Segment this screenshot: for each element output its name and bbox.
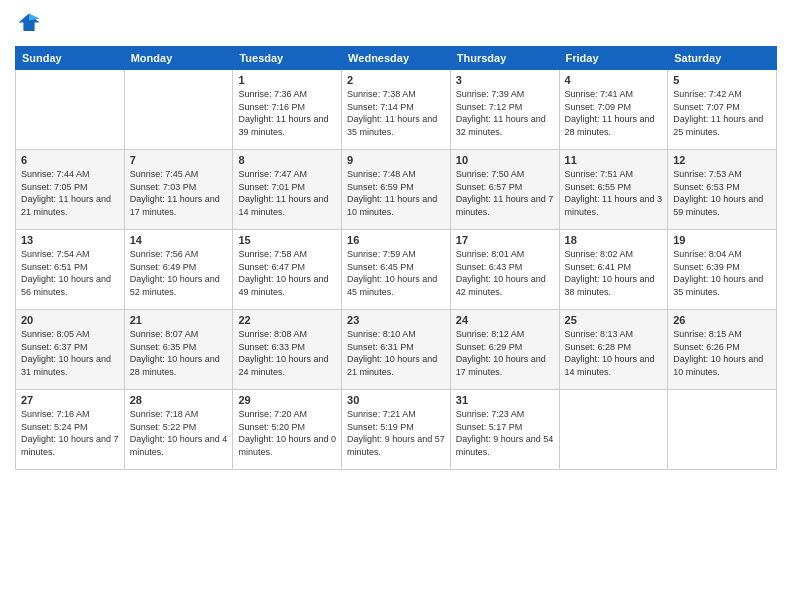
calendar-week-4: 27Sunrise: 7:16 AMSunset: 5:24 PMDayligh… bbox=[16, 390, 777, 470]
calendar-cell: 12Sunrise: 7:53 AMSunset: 6:53 PMDayligh… bbox=[668, 150, 777, 230]
day-number: 25 bbox=[565, 314, 663, 326]
day-info: Sunrise: 7:53 AMSunset: 6:53 PMDaylight:… bbox=[673, 168, 771, 218]
day-number: 21 bbox=[130, 314, 228, 326]
day-number: 6 bbox=[21, 154, 119, 166]
calendar-cell: 23Sunrise: 8:10 AMSunset: 6:31 PMDayligh… bbox=[342, 310, 451, 390]
calendar-cell: 21Sunrise: 8:07 AMSunset: 6:35 PMDayligh… bbox=[124, 310, 233, 390]
calendar-cell: 30Sunrise: 7:21 AMSunset: 5:19 PMDayligh… bbox=[342, 390, 451, 470]
calendar-week-1: 6Sunrise: 7:44 AMSunset: 7:05 PMDaylight… bbox=[16, 150, 777, 230]
weekday-row: SundayMondayTuesdayWednesdayThursdayFrid… bbox=[16, 47, 777, 70]
calendar-cell bbox=[16, 70, 125, 150]
day-number: 7 bbox=[130, 154, 228, 166]
day-number: 14 bbox=[130, 234, 228, 246]
calendar-cell: 26Sunrise: 8:15 AMSunset: 6:26 PMDayligh… bbox=[668, 310, 777, 390]
day-number: 3 bbox=[456, 74, 554, 86]
calendar-table: SundayMondayTuesdayWednesdayThursdayFrid… bbox=[15, 46, 777, 470]
day-number: 26 bbox=[673, 314, 771, 326]
day-number: 8 bbox=[238, 154, 336, 166]
calendar-cell: 17Sunrise: 8:01 AMSunset: 6:43 PMDayligh… bbox=[450, 230, 559, 310]
day-info: Sunrise: 7:47 AMSunset: 7:01 PMDaylight:… bbox=[238, 168, 336, 218]
day-info: Sunrise: 7:16 AMSunset: 5:24 PMDaylight:… bbox=[21, 408, 119, 458]
weekday-header-saturday: Saturday bbox=[668, 47, 777, 70]
day-number: 29 bbox=[238, 394, 336, 406]
day-info: Sunrise: 7:48 AMSunset: 6:59 PMDaylight:… bbox=[347, 168, 445, 218]
day-info: Sunrise: 7:23 AMSunset: 5:17 PMDaylight:… bbox=[456, 408, 554, 458]
day-number: 11 bbox=[565, 154, 663, 166]
calendar-cell: 14Sunrise: 7:56 AMSunset: 6:49 PMDayligh… bbox=[124, 230, 233, 310]
logo bbox=[15, 10, 47, 38]
day-info: Sunrise: 7:42 AMSunset: 7:07 PMDaylight:… bbox=[673, 88, 771, 138]
calendar-cell: 9Sunrise: 7:48 AMSunset: 6:59 PMDaylight… bbox=[342, 150, 451, 230]
calendar-cell: 1Sunrise: 7:36 AMSunset: 7:16 PMDaylight… bbox=[233, 70, 342, 150]
calendar-cell: 22Sunrise: 8:08 AMSunset: 6:33 PMDayligh… bbox=[233, 310, 342, 390]
weekday-header-thursday: Thursday bbox=[450, 47, 559, 70]
day-info: Sunrise: 8:02 AMSunset: 6:41 PMDaylight:… bbox=[565, 248, 663, 298]
calendar-body: 1Sunrise: 7:36 AMSunset: 7:16 PMDaylight… bbox=[16, 70, 777, 470]
weekday-header-monday: Monday bbox=[124, 47, 233, 70]
calendar-cell: 3Sunrise: 7:39 AMSunset: 7:12 PMDaylight… bbox=[450, 70, 559, 150]
day-number: 2 bbox=[347, 74, 445, 86]
day-number: 27 bbox=[21, 394, 119, 406]
calendar-cell: 6Sunrise: 7:44 AMSunset: 7:05 PMDaylight… bbox=[16, 150, 125, 230]
day-info: Sunrise: 7:21 AMSunset: 5:19 PMDaylight:… bbox=[347, 408, 445, 458]
calendar-cell: 31Sunrise: 7:23 AMSunset: 5:17 PMDayligh… bbox=[450, 390, 559, 470]
day-number: 30 bbox=[347, 394, 445, 406]
day-info: Sunrise: 7:51 AMSunset: 6:55 PMDaylight:… bbox=[565, 168, 663, 218]
calendar-cell: 11Sunrise: 7:51 AMSunset: 6:55 PMDayligh… bbox=[559, 150, 668, 230]
day-number: 31 bbox=[456, 394, 554, 406]
day-number: 12 bbox=[673, 154, 771, 166]
day-info: Sunrise: 7:54 AMSunset: 6:51 PMDaylight:… bbox=[21, 248, 119, 298]
calendar-cell: 25Sunrise: 8:13 AMSunset: 6:28 PMDayligh… bbox=[559, 310, 668, 390]
day-info: Sunrise: 8:08 AMSunset: 6:33 PMDaylight:… bbox=[238, 328, 336, 378]
day-info: Sunrise: 8:04 AMSunset: 6:39 PMDaylight:… bbox=[673, 248, 771, 298]
weekday-header-friday: Friday bbox=[559, 47, 668, 70]
calendar-cell bbox=[559, 390, 668, 470]
calendar-week-2: 13Sunrise: 7:54 AMSunset: 6:51 PMDayligh… bbox=[16, 230, 777, 310]
day-info: Sunrise: 7:18 AMSunset: 5:22 PMDaylight:… bbox=[130, 408, 228, 458]
day-number: 13 bbox=[21, 234, 119, 246]
day-info: Sunrise: 7:36 AMSunset: 7:16 PMDaylight:… bbox=[238, 88, 336, 138]
day-info: Sunrise: 7:56 AMSunset: 6:49 PMDaylight:… bbox=[130, 248, 228, 298]
day-number: 15 bbox=[238, 234, 336, 246]
day-info: Sunrise: 7:20 AMSunset: 5:20 PMDaylight:… bbox=[238, 408, 336, 458]
calendar-cell bbox=[668, 390, 777, 470]
day-number: 18 bbox=[565, 234, 663, 246]
day-number: 16 bbox=[347, 234, 445, 246]
calendar-cell: 4Sunrise: 7:41 AMSunset: 7:09 PMDaylight… bbox=[559, 70, 668, 150]
calendar-cell: 24Sunrise: 8:12 AMSunset: 6:29 PMDayligh… bbox=[450, 310, 559, 390]
weekday-header-sunday: Sunday bbox=[16, 47, 125, 70]
calendar-cell: 2Sunrise: 7:38 AMSunset: 7:14 PMDaylight… bbox=[342, 70, 451, 150]
day-info: Sunrise: 7:45 AMSunset: 7:03 PMDaylight:… bbox=[130, 168, 228, 218]
day-number: 28 bbox=[130, 394, 228, 406]
calendar-cell: 27Sunrise: 7:16 AMSunset: 5:24 PMDayligh… bbox=[16, 390, 125, 470]
day-info: Sunrise: 8:01 AMSunset: 6:43 PMDaylight:… bbox=[456, 248, 554, 298]
day-info: Sunrise: 8:10 AMSunset: 6:31 PMDaylight:… bbox=[347, 328, 445, 378]
calendar-cell: 16Sunrise: 7:59 AMSunset: 6:45 PMDayligh… bbox=[342, 230, 451, 310]
calendar-cell: 28Sunrise: 7:18 AMSunset: 5:22 PMDayligh… bbox=[124, 390, 233, 470]
calendar-week-3: 20Sunrise: 8:05 AMSunset: 6:37 PMDayligh… bbox=[16, 310, 777, 390]
day-number: 5 bbox=[673, 74, 771, 86]
calendar-cell: 10Sunrise: 7:50 AMSunset: 6:57 PMDayligh… bbox=[450, 150, 559, 230]
day-info: Sunrise: 7:41 AMSunset: 7:09 PMDaylight:… bbox=[565, 88, 663, 138]
calendar-cell bbox=[124, 70, 233, 150]
day-info: Sunrise: 7:38 AMSunset: 7:14 PMDaylight:… bbox=[347, 88, 445, 138]
day-info: Sunrise: 7:39 AMSunset: 7:12 PMDaylight:… bbox=[456, 88, 554, 138]
page: SundayMondayTuesdayWednesdayThursdayFrid… bbox=[0, 0, 792, 612]
day-number: 22 bbox=[238, 314, 336, 326]
day-info: Sunrise: 8:15 AMSunset: 6:26 PMDaylight:… bbox=[673, 328, 771, 378]
day-info: Sunrise: 7:44 AMSunset: 7:05 PMDaylight:… bbox=[21, 168, 119, 218]
day-number: 20 bbox=[21, 314, 119, 326]
day-info: Sunrise: 8:07 AMSunset: 6:35 PMDaylight:… bbox=[130, 328, 228, 378]
day-number: 10 bbox=[456, 154, 554, 166]
day-number: 1 bbox=[238, 74, 336, 86]
calendar-cell: 19Sunrise: 8:04 AMSunset: 6:39 PMDayligh… bbox=[668, 230, 777, 310]
calendar-cell: 18Sunrise: 8:02 AMSunset: 6:41 PMDayligh… bbox=[559, 230, 668, 310]
day-info: Sunrise: 7:50 AMSunset: 6:57 PMDaylight:… bbox=[456, 168, 554, 218]
calendar-cell: 7Sunrise: 7:45 AMSunset: 7:03 PMDaylight… bbox=[124, 150, 233, 230]
day-info: Sunrise: 8:13 AMSunset: 6:28 PMDaylight:… bbox=[565, 328, 663, 378]
day-number: 17 bbox=[456, 234, 554, 246]
calendar-cell: 20Sunrise: 8:05 AMSunset: 6:37 PMDayligh… bbox=[16, 310, 125, 390]
day-number: 19 bbox=[673, 234, 771, 246]
day-info: Sunrise: 7:58 AMSunset: 6:47 PMDaylight:… bbox=[238, 248, 336, 298]
weekday-header-wednesday: Wednesday bbox=[342, 47, 451, 70]
